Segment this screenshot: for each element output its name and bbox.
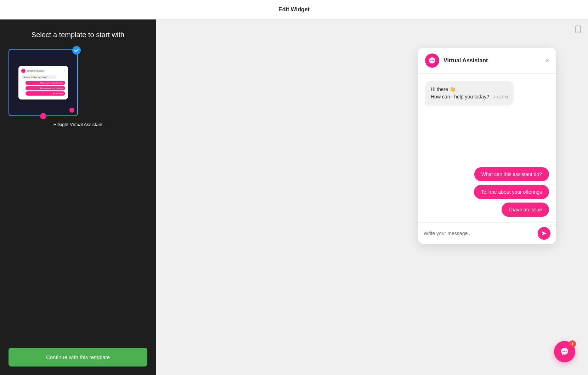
right-panel: Virtual Assistant × Hi there 👋 How can I…	[156, 19, 588, 375]
chat-header: Virtual Assistant ×	[418, 48, 556, 74]
svg-point-7	[566, 351, 567, 352]
bot-message: Hi there 👋 How can I help you today? 4:4…	[425, 81, 514, 106]
bot-greeting: Hi there 👋	[431, 86, 456, 92]
mini-close: ×	[64, 70, 65, 72]
mini-user-msg3: Tell me more	[26, 91, 65, 96]
svg-point-4	[433, 60, 434, 61]
left-panel: Select a template to start with Virtual …	[0, 19, 156, 375]
mini-title: Virtual Assistant	[27, 70, 44, 72]
chat-avatar	[425, 53, 439, 68]
svg-point-5	[562, 351, 564, 352]
message-time: 4:46 PM	[493, 95, 508, 99]
floating-chat-button[interactable]: 1	[554, 341, 575, 362]
mobile-icon[interactable]	[574, 25, 582, 35]
chat-input-area	[418, 222, 556, 244]
mini-chat-preview: Virtual Assistant × Hi there 👋 How can I…	[18, 66, 68, 100]
suggestion-buttons: What can this assistant do? Tell me abou…	[425, 167, 549, 217]
mini-user-msg1: What can this assistant do?	[26, 81, 65, 85]
suggestion-button-0[interactable]: What can this assistant do?	[474, 167, 549, 181]
mini-red-dot	[69, 108, 74, 113]
suggestion-button-2[interactable]: I have an issue	[502, 203, 549, 217]
floating-badge: 1	[569, 340, 576, 347]
card-bottom-dot	[40, 113, 46, 119]
panel-heading: Select a template to start with	[9, 31, 147, 39]
svg-point-2	[430, 60, 431, 61]
chat-messages: Hi there 👋 How can I help you today? 4:4…	[418, 74, 556, 222]
mini-avatar	[21, 69, 26, 73]
main-content: Select a template to start with Virtual …	[0, 19, 588, 375]
mini-chat-header: Virtual Assistant ×	[21, 69, 65, 73]
continue-button-area: Continue with this template	[0, 342, 156, 375]
chat-title: Virtual Assistant	[443, 57, 541, 64]
template-preview: Virtual Assistant × Hi there 👋 How can I…	[9, 50, 77, 115]
template-card[interactable]: Virtual Assistant × Hi there 👋 How can I…	[9, 49, 78, 116]
svg-point-1	[578, 31, 578, 32]
top-bar: Edit Widget	[0, 0, 588, 19]
template-card-inner: Virtual Assistant × Hi there 👋 How can I…	[9, 49, 78, 116]
chat-message-input[interactable]	[424, 231, 534, 236]
mini-bot-msg: Hi there 👋 How can I help?	[21, 75, 56, 79]
chat-close-button[interactable]: ×	[545, 57, 549, 64]
svg-point-6	[564, 351, 565, 352]
bot-message-text: Hi there 👋 How can I help you today? 4:4…	[431, 86, 508, 101]
chat-widget: Virtual Assistant × Hi there 👋 How can I…	[418, 48, 556, 244]
selected-check-badge	[72, 46, 81, 55]
template-label: Elfsight Virtual Assistant	[9, 122, 147, 127]
continue-button[interactable]: Continue with this template	[9, 348, 147, 367]
bot-question: How can I help you today?	[431, 94, 489, 100]
template-selector: Select a template to start with Virtual …	[0, 19, 156, 342]
mini-user-msg2: Tell me about your offerings	[26, 86, 65, 90]
page-title: Edit Widget	[278, 6, 310, 13]
suggestion-button-1[interactable]: Tell me about your offerings	[474, 185, 549, 199]
svg-point-3	[432, 60, 432, 61]
send-button[interactable]	[538, 227, 550, 240]
